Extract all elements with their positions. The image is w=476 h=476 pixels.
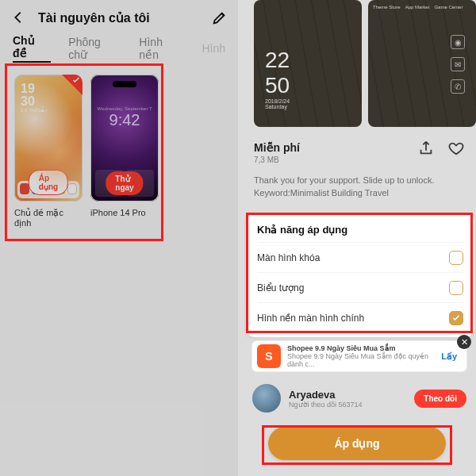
- clock-preview: Wednesday, September 7 9:42: [90, 106, 159, 129]
- preview-homescreen[interactable]: Theme Store App Market Game Center ◉ ✉ ✆: [368, 0, 476, 127]
- message-icon: ✉: [451, 57, 465, 71]
- selected-check-icon: [62, 75, 83, 95]
- checkbox-icon[interactable]: [449, 281, 463, 295]
- theme-card-iphone14pro[interactable]: Wednesday, September 7 9:42 Thử ngay iPh…: [90, 75, 159, 228]
- ad-card[interactable]: S Shopee 9.9 Ngày Siêu Mua Sắm Shopee 9.…: [252, 341, 466, 371]
- apply-button[interactable]: Áp dụng: [268, 427, 446, 460]
- tab-wallpapers[interactable]: Hình nền: [139, 36, 184, 61]
- heart-icon[interactable]: [447, 140, 465, 157]
- preview-lockscreen[interactable]: 22 50 2018/2/24 Saturday: [254, 0, 362, 127]
- apply-theme-button[interactable]: Áp dụng: [29, 170, 68, 195]
- apply-option-lockscreen[interactable]: Màn hình khóa: [257, 242, 463, 272]
- dock-preview: [17, 181, 79, 198]
- back-icon[interactable]: [10, 9, 27, 26]
- theme-card-default[interactable]: 19 30 2-9 Thứ bảy Áp dụng Chủ đề mặc địn…: [14, 75, 83, 228]
- dynamic-island-icon: [113, 81, 136, 87]
- clock-preview: 22 50 2018/2/24 Saturday: [265, 48, 290, 109]
- phone-icon: ✆: [451, 79, 465, 94]
- edit-icon[interactable]: [211, 9, 228, 26]
- tab-themes[interactable]: Chủ đề: [13, 34, 51, 63]
- shortcut-icons: ◉ ✉ ✆: [451, 35, 465, 94]
- theme-grid: 19 30 2-9 Thứ bảy Áp dụng Chủ đề mặc địn…: [11, 71, 227, 232]
- author-name: Aryadeva: [289, 389, 363, 401]
- share-icon[interactable]: [417, 140, 435, 157]
- ad-text: Shopee 9.9 Ngày Siêu Mua Sắm Shopee 9.9 …: [287, 344, 430, 368]
- tab-fonts[interactable]: Phông chữ: [68, 36, 121, 61]
- theme-label: Chủ đề mặc định: [14, 208, 83, 228]
- theme-thumbnail[interactable]: 19 30 2-9 Thứ bảy Áp dụng: [14, 75, 83, 202]
- clock-preview: 19 30 2-9 Thứ bảy: [21, 83, 47, 113]
- camera-icon: ◉: [451, 35, 465, 49]
- page-title: Tài nguyên của tôi: [38, 10, 200, 25]
- description: Thank you for your support. Slide up to …: [254, 175, 463, 200]
- author-meta: Người theo dõi 563714: [289, 401, 363, 409]
- apply-option-homewall[interactable]: Hình nền màn hình chính: [257, 302, 463, 332]
- close-icon[interactable]: ✕: [457, 335, 471, 349]
- avatar: [252, 384, 281, 413]
- apply-option-icons[interactable]: Biểu tượng: [257, 272, 463, 302]
- theme-label: iPhone 14 Pro: [90, 208, 159, 217]
- tab-more[interactable]: Hình: [202, 42, 225, 55]
- top-labels: Theme Store App Market Game Center: [373, 5, 471, 10]
- preview-row[interactable]: 22 50 2018/2/24 Saturday Theme Store App…: [254, 0, 476, 135]
- try-theme-button[interactable]: Thử ngay: [106, 171, 143, 195]
- tabs-bar: Chủ đề Phông chữ Hình nền Hình: [0, 35, 238, 62]
- checkbox-icon[interactable]: [449, 251, 463, 265]
- apply-options-title: Khả năng áp dụng: [257, 224, 463, 236]
- apply-options-panel: Khả năng áp dụng Màn hình khóa Biểu tượn…: [246, 213, 474, 337]
- ad-logo-icon: S: [257, 344, 281, 368]
- theme-thumbnail[interactable]: Wednesday, September 7 9:42 Thử ngay: [90, 75, 159, 202]
- author-row[interactable]: Aryadeva Người theo dõi 563714 Theo dõi: [252, 384, 466, 413]
- follow-button[interactable]: Theo dõi: [414, 390, 466, 408]
- checkbox-icon[interactable]: [449, 311, 463, 325]
- ad-get-button[interactable]: Lấy: [436, 351, 462, 362]
